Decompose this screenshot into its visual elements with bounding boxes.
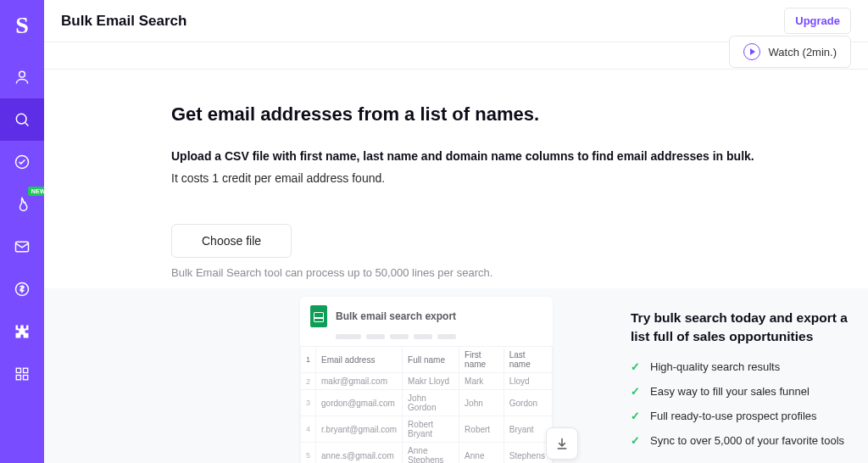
sub-heading: Upload a CSV file with first name, last … <box>171 149 868 163</box>
svg-rect-7 <box>24 368 28 372</box>
sidebar-item-profile[interactable] <box>0 56 44 98</box>
svg-rect-6 <box>16 368 20 372</box>
user-icon <box>14 69 31 86</box>
table-row: 3gordon@gmail.comJohn GordonJohnGordon <box>301 390 553 416</box>
sidebar-item-search[interactable] <box>0 98 44 141</box>
promo-bullet: ✓Easy way to fill your sales funnel <box>631 385 868 398</box>
promo-text: Try bulk search today and export a list … <box>631 309 868 463</box>
check-icon: ✓ <box>631 385 640 398</box>
table-row: 2makr@gmail.comMakr LloydMarkLloyd <box>301 373 553 390</box>
svg-rect-9 <box>24 376 28 380</box>
flame-icon <box>14 196 31 213</box>
sheet-title: Bulk email search export <box>336 310 456 322</box>
sidebar-item-billing[interactable] <box>0 268 44 310</box>
table-row: 5anne.s@gmail.comAnne StephensAnneStephe… <box>301 443 553 464</box>
svg-rect-8 <box>16 376 20 380</box>
check-icon: ✓ <box>631 434 640 447</box>
choose-file-button[interactable]: Choose file <box>171 224 292 258</box>
table-row: 4r.bryant@gmail.comRobert BryantRobertBr… <box>301 416 553 443</box>
download-icon <box>554 436 570 451</box>
sidebar: S NEW <box>0 0 44 463</box>
main-heading: Get email addresses from a list of names… <box>171 103 868 126</box>
promo-section: Bulk email search export 1 Email address… <box>44 288 868 463</box>
check-icon: ✓ <box>631 360 640 373</box>
cost-text: It costs 1 credit per email address foun… <box>171 171 868 185</box>
dollar-icon <box>14 281 31 298</box>
svg-point-1 <box>16 114 26 124</box>
preview-table: 1 Email address Full name First name Las… <box>300 346 553 463</box>
play-icon <box>743 43 760 60</box>
sheets-icon <box>310 305 327 327</box>
promo-heading: Try bulk search today and export a list … <box>631 309 868 345</box>
sidebar-item-extensions[interactable] <box>0 310 44 353</box>
svg-line-2 <box>25 123 29 126</box>
logo[interactable]: S <box>15 12 29 39</box>
promo-bullet: ✓Sync to over 5,000 of your favorite too… <box>631 434 868 447</box>
sidebar-item-apps[interactable] <box>0 353 44 395</box>
page-title: Bulk Email Search <box>61 13 186 30</box>
sheet-toolbar-placeholder <box>300 334 553 346</box>
sidebar-item-verify[interactable] <box>0 141 44 183</box>
promo-preview-sheet: Bulk email search export 1 Email address… <box>300 297 553 463</box>
mail-icon <box>14 238 31 255</box>
check-circle-icon <box>14 153 31 170</box>
download-button[interactable] <box>546 427 578 460</box>
hint-text: Bulk Email Search tool can process up to… <box>171 266 868 279</box>
tutorial-bar: Watch (2min.) <box>44 42 868 70</box>
svg-point-0 <box>19 71 25 77</box>
watch-label: Watch (2min.) <box>769 46 837 59</box>
grid-icon <box>14 366 30 382</box>
promo-bullet: ✓High-quality search results <box>631 360 868 373</box>
promo-bullet-list: ✓High-quality search results ✓Easy way t… <box>631 360 868 447</box>
watch-button[interactable]: Watch (2min.) <box>729 36 851 68</box>
puzzle-icon <box>14 323 31 340</box>
promo-bullet: ✓Full ready-to-use prospect profiles <box>631 410 868 422</box>
table-header-row: 1 Email address Full name First name Las… <box>301 347 553 373</box>
sidebar-item-mail[interactable] <box>0 226 44 268</box>
upgrade-button[interactable]: Upgrade <box>784 8 851 34</box>
check-icon: ✓ <box>631 410 640 422</box>
sidebar-item-warmup[interactable]: NEW <box>0 183 44 226</box>
search-icon <box>14 111 31 128</box>
